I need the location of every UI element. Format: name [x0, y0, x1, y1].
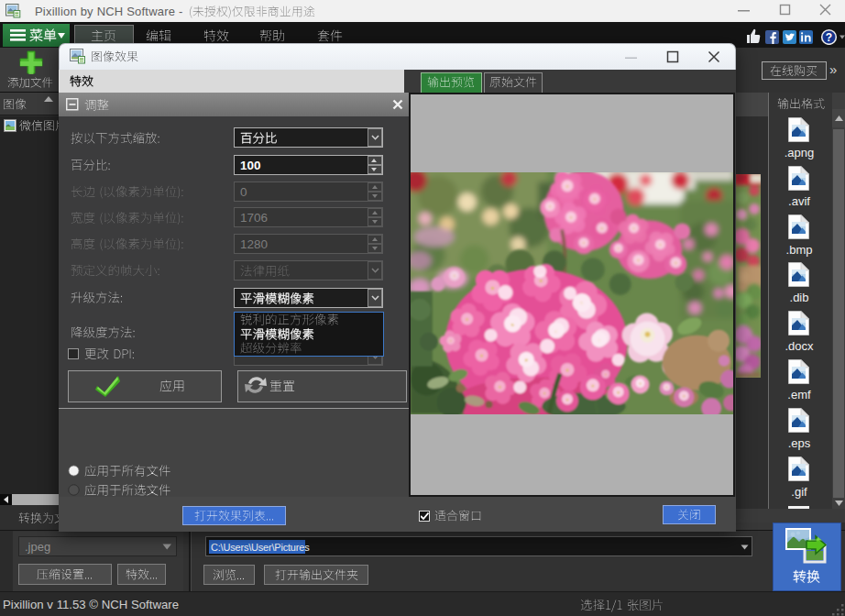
- svg-text:?: ?: [826, 31, 832, 44]
